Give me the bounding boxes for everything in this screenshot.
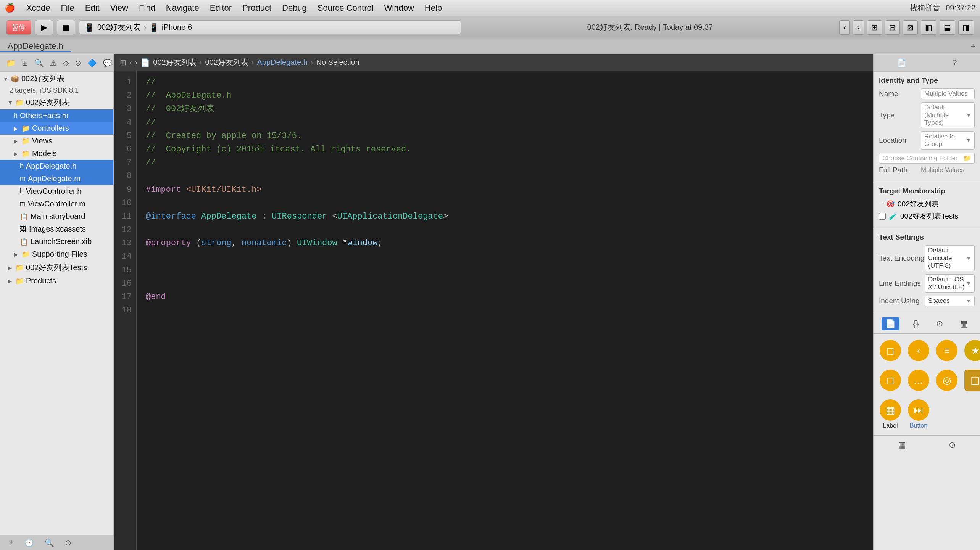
run-button[interactable]: ▶ (35, 20, 53, 35)
obj-lib-file-tab[interactable]: 📄 (882, 317, 899, 330)
assistant-view-button[interactable]: ⊟ (885, 20, 900, 35)
obj-lib-code-tab[interactable]: {} (909, 317, 922, 330)
sidebar-item-viewcontroller-h[interactable]: h ViewController.h (0, 185, 113, 198)
menu-find[interactable]: Find (134, 2, 161, 14)
add-file-button[interactable]: + (6, 537, 17, 548)
obj-icon-5[interactable]: ◻ (877, 367, 903, 395)
indent-using-value: Spaces (928, 297, 950, 305)
sidebar-item-appdelegate-h[interactable]: h AppDelegate.h (0, 160, 113, 172)
obj-icon-button[interactable]: ⏭ Button (906, 397, 932, 431)
folder-icon: 📁 (15, 277, 24, 285)
breadcrumb-file[interactable]: AppDelegate.h (257, 58, 307, 67)
sidebar-item-launchscreen[interactable]: 📋 LaunchScreen.xib (0, 235, 113, 248)
encoding-dropdown[interactable]: Default - Unicode (UTF-8) ▼ (925, 245, 975, 271)
breadcrumb-nav-left[interactable]: ⊞ (120, 58, 126, 67)
sidebar-warning-icon[interactable]: ⚠ (47, 57, 60, 69)
bottom-circle-icon[interactable]: ⊙ (945, 439, 959, 452)
sidebar-main-group[interactable]: ▼ 📁 002好友列表 (0, 95, 113, 109)
obj-icon-8[interactable]: ◫ (962, 367, 980, 395)
inspector-help-tab[interactable]: ? (949, 57, 960, 69)
target-tests-checkbox[interactable] (879, 213, 886, 220)
breadcrumb-group[interactable]: 002好友列表 (205, 57, 248, 68)
sidebar-item-viewcontroller-m[interactable]: m ViewController.m (0, 198, 113, 210)
apple-menu-icon[interactable]: 🍎 (5, 3, 15, 13)
obj-icon-label[interactable]: ▦ Label (877, 397, 903, 431)
bottom-grid-icon[interactable]: ▦ (894, 439, 910, 452)
sidebar-item-models[interactable]: ▶ 📁 Models (0, 147, 113, 160)
menu-window[interactable]: Window (379, 2, 419, 14)
sidebar-folder-icon[interactable]: 📁 (3, 57, 19, 69)
sidebar-item-supporting-files[interactable]: ▶ 📁 Supporting Files (0, 248, 113, 261)
obj-icon-2[interactable]: ‹ (906, 338, 932, 365)
obj-icon-3[interactable]: ≡ (934, 338, 960, 365)
indent-using-dropdown[interactable]: Spaces ▼ (925, 296, 975, 306)
menu-source-control[interactable]: Source Control (312, 2, 379, 14)
code-content[interactable]: 12345 678910 1112131415 161718 // // App… (114, 71, 873, 550)
line-endings-dropdown[interactable]: Default - OS X / Unix (LF) ▼ (925, 274, 975, 293)
circle-button[interactable]: ⊙ (62, 537, 74, 548)
sidebar-item-controllers[interactable]: ▶ 📁 Controllers (0, 122, 113, 135)
location-dropdown[interactable]: Relative to Group ▼ (921, 131, 975, 150)
folder-selector[interactable]: Choose Containing Folder 📁 (879, 153, 975, 164)
sidebar-debug-icon[interactable]: ⊙ (72, 57, 84, 69)
sidebar-item-tests[interactable]: ▶ 📁 002好友列表Tests (0, 261, 113, 275)
folder-placeholder-row: Choose Containing Folder 📁 (879, 153, 975, 164)
bottom-panel-button[interactable]: ⬓ (940, 20, 955, 35)
target-membership-title: Target Membership (879, 187, 975, 195)
breadcrumb-nav-fwd[interactable]: › (135, 58, 138, 67)
menu-view[interactable]: View (105, 2, 134, 14)
sidebar-log-icon[interactable]: 💬 (100, 57, 114, 69)
toolbar-view-controls: ‹ › ⊞ ⊟ ⊠ ◧ ⬓ ◨ (839, 20, 974, 35)
menu-file[interactable]: File (55, 2, 79, 14)
add-tab-button[interactable]: + (970, 42, 975, 51)
filter-button[interactable]: 🔍 (42, 537, 57, 548)
inspector-identity-tab[interactable]: 📄 (894, 57, 909, 69)
tab-bar: AppDelegate.h + (0, 39, 980, 54)
sidebar-search-icon[interactable]: 🔍 (31, 57, 47, 69)
obj-icon-4[interactable]: ★ (962, 338, 980, 365)
version-view-button[interactable]: ⊠ (903, 20, 918, 35)
menu-editor[interactable]: Editor (205, 2, 237, 14)
breadcrumb-nav-back[interactable]: ‹ (129, 58, 132, 67)
line-numbers: 12345 678910 1112131415 161718 (114, 71, 137, 550)
sidebar-test-icon[interactable]: ◇ (60, 57, 72, 69)
sidebar-item-main-storyboard[interactable]: 📋 Main.storyboard (0, 210, 113, 223)
type-dropdown[interactable]: Default - (Multiple Types) ▼ (921, 102, 975, 128)
breadcrumb-project[interactable]: 002好友列表 (153, 57, 196, 68)
obj-lib-circle-tab[interactable]: ⊙ (932, 317, 947, 330)
menu-xcode[interactable]: Xcode (21, 2, 55, 14)
obj-lib-grid-tab[interactable]: ▦ (956, 317, 972, 330)
menu-edit[interactable]: Edit (80, 2, 105, 14)
editor-view-button[interactable]: ⊞ (867, 20, 882, 35)
sidebar-project-root[interactable]: ▼ 📦 002好友列表 (0, 72, 113, 86)
right-panel-button[interactable]: ◨ (958, 20, 974, 35)
active-tab-label[interactable]: AppDelegate.h (0, 41, 71, 52)
nav-forward-button[interactable]: › (853, 20, 864, 35)
menu-help[interactable]: Help (419, 2, 447, 14)
sidebar-breakpoint-icon[interactable]: 🔷 (84, 57, 100, 69)
history-button[interactable]: 🕐 (21, 537, 37, 548)
sidebar-item-others[interactable]: h Others+arts.m (0, 109, 113, 122)
stop-sq-button[interactable]: ◼ (57, 20, 75, 35)
name-input[interactable]: Multiple Values (921, 88, 975, 99)
sidebar-item-views[interactable]: ▶ 📁 Views (0, 135, 113, 147)
menu-product[interactable]: Product (237, 2, 277, 14)
stop-button[interactable]: 暂停 (6, 20, 31, 35)
obj-icon-7[interactable]: ◎ (934, 367, 960, 395)
scheme-selector[interactable]: 📱 002好友列表 › 📱 iPhone 6 (79, 20, 461, 34)
text-settings-title: Text Settings (879, 233, 975, 241)
breadcrumb-selection[interactable]: No Selection (316, 58, 359, 67)
menu-debug[interactable]: Debug (277, 2, 312, 14)
left-panel-button[interactable]: ◧ (921, 20, 936, 35)
sidebar-item-appdelegate-m[interactable]: m AppDelegate.m (0, 172, 113, 185)
obj-icon-6[interactable]: … (906, 367, 932, 395)
name-value: Multiple Values (924, 90, 968, 98)
code-text[interactable]: // // AppDelegate.h // 002好友列表 // // Cre… (137, 71, 873, 550)
sidebar-item-images[interactable]: 🖼 Images.xcassets (0, 223, 113, 235)
obj-icon-1[interactable]: ◻ (877, 338, 903, 365)
sidebar-item-products[interactable]: ▶ 📁 Products (0, 275, 113, 287)
sidebar-source-icon[interactable]: ⊞ (19, 57, 31, 69)
nav-back-button[interactable]: ‹ (839, 20, 850, 35)
type-label: Type (879, 111, 921, 119)
menu-navigate[interactable]: Navigate (161, 2, 205, 14)
